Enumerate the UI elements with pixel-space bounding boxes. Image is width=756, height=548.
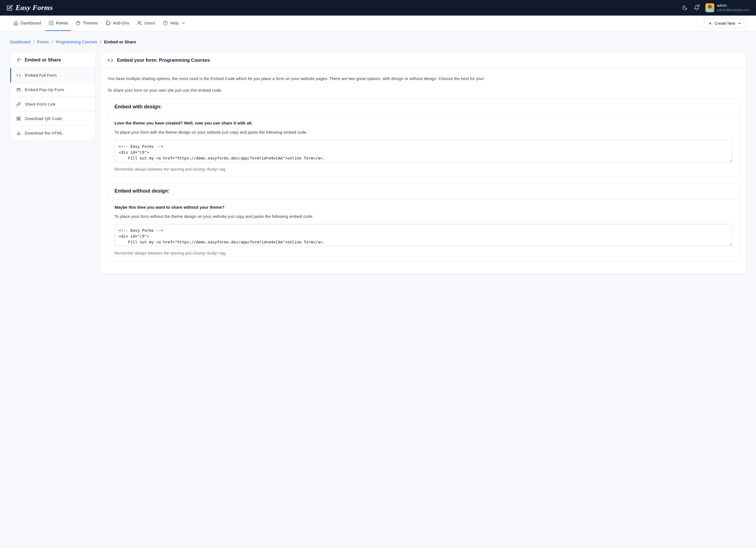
moon-icon	[682, 5, 688, 11]
nav-links: Dashboard Forms Themes Add-Ons Users Hel…	[10, 16, 189, 31]
embed-block-title: Embed with design:	[115, 104, 732, 110]
nav-item-label: Dashboard	[21, 21, 41, 25]
embed-subheading: Love the theme you have created? Well, n…	[115, 121, 732, 125]
sidebar-title: Embed or Share	[25, 57, 61, 63]
dark-mode-toggle[interactable]	[682, 5, 688, 11]
nav-item-label: Themes	[83, 21, 98, 25]
nav-forms[interactable]: Forms	[45, 16, 71, 31]
breadcrumb-sep: /	[100, 39, 101, 44]
embed-code-textarea[interactable]	[115, 224, 732, 246]
svg-rect-13	[19, 117, 20, 118]
nav-help[interactable]: Help	[160, 16, 189, 31]
nav-item-label: Forms	[56, 21, 68, 25]
embed-hint: Remember always between the opening and …	[115, 251, 732, 255]
sidebar-item-label: Share Form Link	[25, 102, 56, 106]
sidebar-item-label: Embed Pop-Up Form	[25, 87, 64, 92]
sidebar-item-label: Download the HTML	[25, 131, 63, 135]
users-icon	[137, 21, 142, 26]
share-icon	[16, 58, 21, 63]
panel-header: Embed your form: Programming Courses	[101, 52, 746, 69]
home-icon	[13, 21, 18, 26]
topbar-right: admin admin@example.com	[682, 3, 749, 12]
nav-addons[interactable]: Add-Ons	[102, 16, 133, 31]
sidebar-item-qr[interactable]: Download QR Code	[10, 111, 95, 126]
embed-block-header: Embed with design:	[108, 99, 739, 115]
main-panel: Embed your form: Programming Courses You…	[101, 52, 746, 274]
sidebar-item-label: Download QR Code	[25, 116, 62, 121]
svg-rect-15	[19, 119, 19, 119]
svg-point-6	[163, 21, 168, 25]
breadcrumb-link[interactable]: Forms	[37, 39, 49, 44]
embed-without-design: Embed without design: Maybe this time yo…	[108, 183, 739, 262]
svg-rect-16	[20, 120, 20, 120]
embed-description: To place your form with the theme design…	[115, 129, 732, 136]
sidebar-item-label: Embed Full Form	[25, 73, 57, 78]
embed-subheading: Maybe this time you want to share withou…	[115, 205, 732, 210]
plus-icon	[708, 21, 712, 26]
user-email: admin@example.com	[717, 8, 749, 13]
brand[interactable]: Easy Forms	[7, 4, 53, 12]
svg-rect-0	[49, 21, 53, 25]
svg-rect-14	[17, 119, 18, 120]
sidebar-item-share-link[interactable]: Share Form Link	[10, 97, 95, 111]
window-icon	[16, 88, 21, 92]
sidebar: Embed or Share Embed Full Form Embed Pop…	[10, 52, 96, 140]
chevron-down-icon	[737, 21, 742, 26]
user-name: admin	[717, 3, 749, 8]
svg-rect-12	[17, 117, 18, 118]
nav-item-label: Help	[170, 21, 179, 25]
svg-point-3	[78, 22, 78, 22]
topbar: Easy Forms admin admin@example.com	[0, 0, 756, 16]
panel-title: Embed your form: Programming Courses	[117, 58, 210, 63]
embed-description: To place your form without the theme des…	[115, 213, 732, 220]
puzzle-icon	[106, 21, 111, 26]
notifications-button[interactable]	[694, 5, 699, 11]
svg-point-4	[79, 22, 79, 23]
embed-hint: Remember always between the opening and …	[115, 167, 732, 171]
avatar	[705, 3, 714, 12]
svg-point-2	[77, 22, 78, 23]
user-text: admin admin@example.com	[717, 3, 749, 12]
link-icon	[16, 102, 21, 106]
navbar: Dashboard Forms Themes Add-Ons Users Hel…	[0, 16, 756, 31]
breadcrumb: Dashboard / Forms / Programming Courses …	[10, 39, 746, 44]
form-check-icon	[49, 21, 54, 26]
user-menu[interactable]: admin admin@example.com	[705, 3, 749, 12]
sidebar-item-embed-popup[interactable]: Embed Pop-Up Form	[10, 83, 95, 97]
nav-users[interactable]: Users	[134, 16, 158, 31]
create-new-label: Create New	[715, 21, 735, 26]
intro-text-1: You have multiple sharing options, the m…	[108, 75, 739, 82]
breadcrumb-link[interactable]: Dashboard	[10, 39, 30, 44]
embed-block-header: Embed without design:	[108, 183, 739, 199]
embed-block-title: Embed without design:	[115, 188, 732, 194]
notification-dot	[698, 4, 700, 7]
help-icon	[163, 21, 168, 26]
embed-block-body: Love the theme you have created? Well, n…	[108, 115, 739, 178]
palette-icon	[76, 21, 81, 26]
embed-with-design: Embed with design: Love the theme you ha…	[108, 99, 739, 178]
breadcrumb-link[interactable]: Programming Courses	[56, 39, 97, 44]
download-icon	[16, 131, 21, 135]
qr-icon	[16, 116, 21, 121]
code-icon	[16, 73, 21, 78]
embed-code-textarea[interactable]	[115, 140, 732, 162]
panel-body: You have multiple sharing options, the m…	[101, 69, 746, 273]
code-icon	[108, 58, 113, 63]
chevron-down-icon	[181, 21, 186, 26]
content: Dashboard / Forms / Programming Courses …	[0, 31, 756, 290]
edit-icon	[7, 5, 13, 11]
nav-dashboard[interactable]: Dashboard	[10, 16, 44, 31]
sidebar-item-embed-full[interactable]: Embed Full Form	[10, 68, 95, 83]
breadcrumb-sep: /	[33, 39, 34, 44]
create-new-button[interactable]: Create New	[704, 19, 746, 28]
nav-item-label: Users	[144, 21, 155, 25]
nav-item-label: Add-Ons	[113, 21, 129, 25]
svg-rect-10	[17, 88, 20, 91]
brand-name: Easy Forms	[16, 4, 53, 12]
sidebar-item-download-html[interactable]: Download the HTML	[10, 126, 95, 140]
sidebar-header: Embed or Share	[10, 52, 95, 68]
breadcrumb-current: Embed or Share	[104, 39, 136, 44]
nav-themes[interactable]: Themes	[72, 16, 101, 31]
svg-point-5	[138, 21, 140, 23]
breadcrumb-sep: /	[52, 39, 53, 44]
